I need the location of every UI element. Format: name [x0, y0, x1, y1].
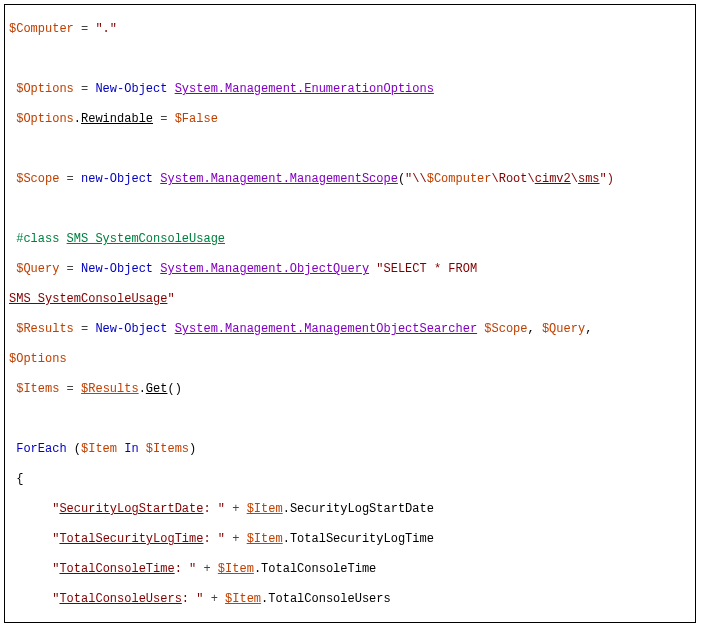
code-line: $Items = $Results.Get(): [9, 382, 689, 397]
code-line: $Results = New-Object System.Management.…: [9, 322, 689, 337]
code-line: "SecurityLogStartDate: " + $Item.Securit…: [9, 502, 689, 517]
code-line: $Query = New-Object System.Management.Ob…: [9, 262, 689, 277]
code-line: $Options: [9, 352, 689, 367]
code-line: $Scope = new-Object System.Management.Ma…: [9, 172, 689, 187]
code-line: $Options.Rewindable = $False: [9, 112, 689, 127]
variable: $Computer: [9, 22, 74, 36]
code-line: ForEach ($Item In $Items): [9, 442, 689, 457]
code-line: $Computer = ".": [9, 22, 689, 37]
code-line: "TotalSecurityLogTime: " + $Item.TotalSe…: [9, 532, 689, 547]
code-line: "TotalConsoleTime: " + $Item.TotalConsol…: [9, 562, 689, 577]
code-line: "TopConsoleUser: " + $Item.TopConsoleUse…: [9, 622, 689, 623]
code-line: #class SMS_SystemConsoleUsage: [9, 232, 689, 247]
code-line: {: [9, 472, 689, 487]
code-line: SMS_SystemConsoleUsage": [9, 292, 689, 307]
code-line: $Options = New-Object System.Management.…: [9, 82, 689, 97]
code-line: "TotalConsoleUsers: " + $Item.TotalConso…: [9, 592, 689, 607]
code-block: $Computer = "." $Options = New-Object Sy…: [4, 4, 696, 623]
